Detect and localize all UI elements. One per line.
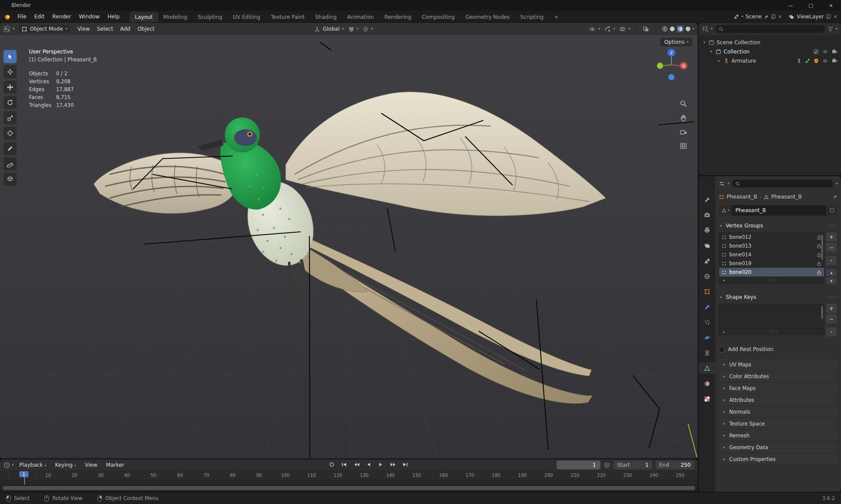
outliner-editor-icon[interactable] — [702, 26, 708, 32]
menu-edit[interactable]: Edit — [30, 12, 48, 21]
outliner-row-scene-collection[interactable]: ▾ Scene Collection — [699, 38, 841, 47]
pan-hand-icon[interactable] — [680, 114, 687, 122]
tab-object[interactable] — [699, 286, 715, 297]
panel-texture-space[interactable]: ▸Texture Space — [719, 419, 837, 429]
unlink-scene-icon[interactable]: × — [778, 14, 782, 20]
tab-sculpting[interactable]: Sculpting — [192, 12, 227, 23]
gizmos-dropdown[interactable]: ▾ — [604, 26, 615, 32]
list-resize-grip[interactable] — [769, 330, 779, 334]
vertex-group-row[interactable]: bone013 — [719, 241, 824, 250]
tab-geometry-nodes[interactable]: Geometry Nodes — [460, 12, 515, 23]
annotate-tool[interactable] — [4, 142, 17, 155]
vertex-group-row-selected[interactable]: bone020 — [719, 268, 824, 277]
shape-key-specials-button[interactable]: ▾ — [826, 327, 837, 337]
list-resize-grip[interactable] — [769, 278, 779, 282]
panel-custom-properties[interactable]: ▸Custom Properties — [719, 454, 837, 464]
tab-uv-editing[interactable]: UV Editing — [227, 12, 266, 23]
cursor-tool[interactable] — [4, 65, 17, 78]
toggle-perspective-icon[interactable] — [680, 142, 687, 149]
jump-to-start-button[interactable] — [339, 460, 349, 469]
timeline-track-area[interactable] — [0, 479, 698, 485]
lock-icon[interactable] — [817, 244, 821, 248]
snapping-button[interactable]: ▾ — [348, 26, 358, 32]
tab-modifiers[interactable] — [699, 301, 715, 312]
tab-constraints[interactable] — [699, 347, 715, 358]
viewport-canvas[interactable]: User Perspective (1) Collection | Pheasa… — [0, 35, 698, 458]
auto-keying-button[interactable] — [326, 460, 337, 469]
shape-key-add-button[interactable]: + — [826, 304, 837, 313]
list-scrollbar[interactable] — [821, 306, 823, 319]
shading-wireframe-icon[interactable] — [662, 26, 668, 32]
vertex-group-row[interactable]: bone014 — [719, 250, 824, 259]
tab-scripting[interactable]: Scripting — [515, 12, 549, 23]
viewport-menu-view[interactable]: View — [75, 25, 93, 33]
tab-modeling[interactable]: Modeling — [158, 12, 193, 23]
pin-id-icon[interactable] — [833, 195, 837, 199]
panel-geometry-data[interactable]: ▸Geometry Data — [719, 442, 837, 452]
vertex-group-row[interactable]: bone012 — [719, 233, 824, 241]
scale-tool[interactable] — [4, 111, 17, 124]
tab-world[interactable] — [699, 270, 715, 282]
properties-search-input[interactable] — [742, 181, 830, 186]
mode-dropdown[interactable]: Object Mode ▾ — [19, 25, 70, 33]
timeline-marker-menu[interactable]: Marker — [102, 461, 128, 469]
lock-icon[interactable] — [817, 235, 821, 240]
keying-menu[interactable]: Keying ▾ — [51, 461, 80, 469]
shading-material-icon[interactable] — [677, 25, 684, 32]
exclude-checkbox[interactable] — [813, 49, 819, 54]
camera-view-icon[interactable] — [680, 129, 687, 135]
filter-icon[interactable] — [828, 26, 833, 32]
playback-menu[interactable]: Playback ▾ — [15, 461, 50, 469]
properties-editor-icon[interactable] — [719, 181, 725, 187]
viewlayer-selector[interactable]: ViewLayer × — [788, 14, 837, 20]
select-box-tool[interactable] — [4, 50, 17, 63]
new-viewlayer-icon[interactable] — [826, 14, 831, 19]
lock-icon[interactable] — [817, 261, 821, 266]
transform-tool[interactable] — [4, 127, 17, 140]
lock-icon[interactable] — [817, 252, 821, 257]
tab-layout[interactable]: Layout — [130, 12, 158, 23]
tab-texture-paint[interactable]: Texture Paint — [266, 12, 310, 23]
panel-normals[interactable]: ▸Normals — [719, 407, 837, 417]
current-frame-field[interactable]: 1 — [557, 461, 600, 469]
tab-object-data[interactable] — [699, 362, 715, 374]
timeline-editor-icon[interactable] — [4, 462, 10, 469]
playhead-marker[interactable]: 1 — [19, 471, 28, 477]
menu-help[interactable]: Help — [103, 12, 123, 21]
vertex-group-specials-button[interactable]: ▾ — [826, 256, 837, 265]
vertex-groups-panel-header[interactable]: ▾ Vertex Groups — [719, 221, 837, 231]
shading-solid-icon[interactable] — [669, 26, 675, 32]
tab-tool[interactable] — [699, 194, 715, 205]
menu-file[interactable]: File — [14, 12, 30, 21]
menu-render[interactable]: Render — [48, 12, 75, 21]
panel-grip[interactable] — [828, 224, 837, 227]
panel-attributes[interactable]: ▸Attributes — [719, 395, 837, 405]
rotate-tool[interactable] — [4, 96, 17, 109]
zoom-icon[interactable] — [680, 100, 687, 107]
xray-toggle-icon[interactable] — [643, 26, 649, 32]
visibility-dropdown[interactable]: ▾ — [589, 26, 600, 32]
previous-keyframe-button[interactable] — [351, 460, 362, 469]
panel-grip[interactable] — [828, 295, 837, 299]
transform-orientation-dropdown[interactable]: Global ▾ — [314, 26, 344, 32]
add-workspace-button[interactable]: + — [549, 12, 564, 23]
navigation-gizmo[interactable]: Z X — [653, 46, 690, 85]
disable-render-camera-icon[interactable] — [832, 49, 837, 54]
list-scrollbar[interactable] — [821, 234, 823, 260]
new-scene-icon[interactable] — [771, 14, 776, 19]
disclosure-icon[interactable]: ▾ — [702, 40, 706, 44]
tab-shading[interactable]: Shading — [310, 12, 342, 23]
options-dropdown[interactable]: Options ▾ — [660, 38, 692, 46]
outliner-search[interactable] — [715, 25, 825, 33]
properties-search[interactable] — [732, 180, 833, 188]
viewport-menu-object[interactable]: Object — [134, 25, 157, 33]
tab-animation[interactable]: Animation — [342, 12, 379, 23]
add-primitive-tool[interactable] — [4, 173, 17, 186]
hide-eye-icon[interactable] — [822, 58, 828, 64]
timeline-view-menu[interactable]: View — [81, 461, 101, 469]
lock-icon[interactable] — [817, 270, 821, 275]
frame-start-field[interactable]: Start1 — [614, 461, 652, 469]
fake-user-button[interactable] — [826, 205, 837, 216]
play-button[interactable] — [376, 460, 386, 469]
tab-particles[interactable] — [699, 316, 715, 328]
